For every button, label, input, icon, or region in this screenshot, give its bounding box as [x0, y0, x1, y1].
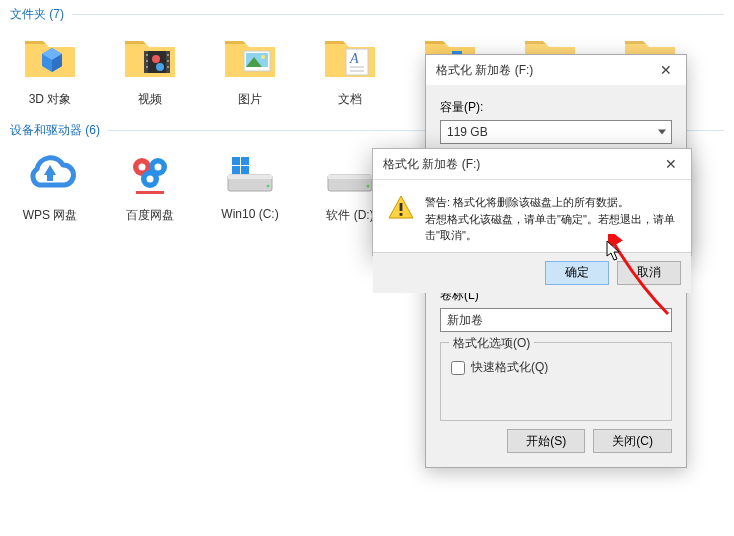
- close-icon[interactable]: ✕: [654, 61, 678, 79]
- svg-point-12: [152, 55, 160, 63]
- format-dialog-titlebar[interactable]: 格式化 新加卷 (F:) ✕: [426, 55, 686, 85]
- warning-icon: [387, 194, 415, 222]
- folders-section-header: 文件夹 (7): [0, 0, 734, 27]
- close-icon[interactable]: ✕: [659, 155, 683, 173]
- svg-point-29: [139, 164, 146, 171]
- svg-point-8: [146, 66, 148, 68]
- svg-point-17: [261, 55, 265, 59]
- svg-rect-25: [47, 173, 53, 181]
- folder-documents-label: 文档: [338, 91, 362, 108]
- svg-point-13: [156, 63, 164, 71]
- folder-icon: [122, 29, 178, 85]
- volume-value: 新加卷: [447, 312, 483, 329]
- folder-icon: [222, 29, 278, 85]
- svg-rect-32: [136, 191, 164, 194]
- ok-button[interactable]: 确定: [545, 261, 609, 285]
- folder-pictures[interactable]: 图片: [214, 29, 286, 108]
- drive-wps[interactable]: WPS 网盘: [14, 145, 86, 224]
- folder-pictures-label: 图片: [238, 91, 262, 108]
- baidu-pan-icon: [122, 145, 178, 201]
- format-options-legend: 格式化选项(O): [449, 335, 534, 352]
- capacity-select[interactable]: 119 GB: [440, 120, 672, 144]
- svg-rect-34: [228, 175, 272, 179]
- svg-rect-39: [241, 166, 249, 174]
- close-button[interactable]: 关闭(C): [593, 429, 672, 453]
- drive-win10-c[interactable]: Win10 (C:): [214, 145, 286, 224]
- svg-rect-36: [232, 157, 240, 165]
- warning-line1: 警告: 格式化将删除该磁盘上的所有数据。: [425, 194, 677, 211]
- folder-icon: A: [322, 29, 378, 85]
- svg-point-9: [167, 54, 169, 56]
- start-button[interactable]: 开始(S): [507, 429, 585, 453]
- svg-point-11: [167, 66, 169, 68]
- warning-dialog-titlebar[interactable]: 格式化 新加卷 (F:) ✕: [373, 149, 691, 180]
- cancel-button[interactable]: 取消: [617, 261, 681, 285]
- capacity-value: 119 GB: [447, 125, 488, 139]
- quick-format-checkbox[interactable]: 快速格式化(Q): [451, 359, 661, 376]
- svg-rect-41: [328, 175, 372, 179]
- svg-rect-45: [400, 213, 403, 216]
- drive-c-label: Win10 (C:): [221, 207, 278, 221]
- svg-point-35: [267, 185, 270, 188]
- quick-format-input[interactable]: [451, 361, 465, 375]
- folders-header-label: 文件夹 (7): [10, 6, 64, 23]
- format-dialog-title: 格式化 新加卷 (F:): [436, 62, 533, 79]
- folder-icon: [22, 29, 78, 85]
- volume-input[interactable]: 新加卷: [440, 308, 672, 332]
- warning-dialog: 格式化 新加卷 (F:) ✕ 警告: 格式化将删除该磁盘上的所有数据。 若想格式…: [372, 148, 692, 256]
- svg-point-10: [167, 60, 169, 62]
- svg-point-6: [146, 54, 148, 56]
- folder-documents[interactable]: A 文档: [314, 29, 386, 108]
- svg-point-31: [147, 176, 154, 183]
- svg-rect-38: [232, 166, 240, 174]
- divider: [72, 14, 724, 15]
- svg-point-42: [367, 185, 370, 188]
- drive-d-label: 软件 (D:): [326, 207, 373, 224]
- hdd-icon: [222, 145, 278, 201]
- warning-line2: 若想格式化该磁盘，请单击"确定"。若想退出，请单击"取消"。: [425, 211, 677, 244]
- folder-videos-label: 视频: [138, 91, 162, 108]
- svg-text:A: A: [349, 51, 359, 66]
- quick-format-label: 快速格式化(Q): [471, 359, 548, 376]
- capacity-label: 容量(P):: [440, 99, 672, 116]
- folder-3d-objects[interactable]: 3D 对象: [14, 29, 86, 108]
- svg-point-7: [146, 60, 148, 62]
- drives-header-label: 设备和驱动器 (6): [10, 122, 100, 139]
- hdd-icon: [322, 145, 378, 201]
- warning-text: 警告: 格式化将删除该磁盘上的所有数据。 若想格式化该磁盘，请单击"确定"。若想…: [425, 194, 677, 244]
- folder-3d-label: 3D 对象: [29, 91, 72, 108]
- drive-baidu[interactable]: 百度网盘: [114, 145, 186, 224]
- format-options-group: 格式化选项(O) 快速格式化(Q): [440, 342, 672, 421]
- folder-videos[interactable]: 视频: [114, 29, 186, 108]
- warning-dialog-title: 格式化 新加卷 (F:): [383, 156, 480, 173]
- svg-rect-44: [400, 203, 403, 211]
- drive-wps-label: WPS 网盘: [23, 207, 78, 224]
- drive-baidu-label: 百度网盘: [126, 207, 174, 224]
- wps-cloud-icon: [22, 145, 78, 201]
- svg-rect-37: [241, 157, 249, 165]
- svg-point-30: [155, 164, 162, 171]
